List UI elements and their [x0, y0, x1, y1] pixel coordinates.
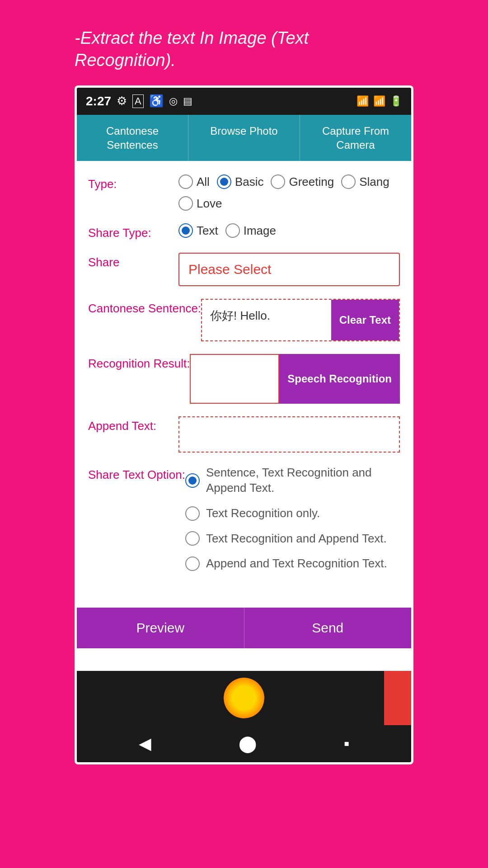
share-option-all-label: Sentence, Text Recognition and Append Te… — [206, 465, 400, 496]
battery-icon: 🔋 — [390, 95, 402, 107]
type-radio-love-circle — [178, 196, 193, 211]
share-type-radio-image-label: Image — [244, 224, 276, 238]
sun-image-preview — [224, 678, 264, 718]
share-row: Share Please Select — [88, 253, 400, 286]
send-button[interactable]: Send — [244, 608, 412, 648]
type-radio-love[interactable]: Love — [178, 196, 222, 211]
share-option-append-recognition[interactable]: Append and Text Recognition Text. — [185, 556, 400, 571]
main-content: Type: All Basic Greeting — [77, 161, 411, 608]
share-option-recognition-append-label: Text Recognition and Append Text. — [206, 531, 387, 547]
type-radio-basic-label: Basic — [235, 175, 264, 189]
recognition-text-box[interactable] — [190, 354, 279, 404]
sentence-input-row: 你好! Hello. Clear Text — [201, 299, 400, 341]
share-option-all[interactable]: Sentence, Text Recognition and Append Te… — [185, 465, 400, 496]
status-left: 2:27 ⚙ A ♿ ◎ ▤ — [86, 94, 192, 108]
type-radio-slang-circle — [341, 175, 356, 189]
cantonese-sentence-row: Cantonese Sentence: 你好! Hello. Clear Tex… — [88, 299, 400, 341]
type-radio-greeting-circle — [271, 175, 285, 189]
share-dropdown[interactable]: Please Select — [178, 253, 400, 286]
wifi-icon: 📶 — [357, 95, 369, 107]
share-option-recognition-only-circle — [185, 506, 200, 521]
type-radio-greeting-label: Greeting — [289, 175, 334, 189]
append-field-area — [178, 416, 400, 453]
share-type-radio-text-circle — [178, 223, 193, 238]
settings-icon: ⚙ — [117, 94, 127, 108]
sim-icon: ▤ — [183, 95, 192, 107]
header-text: -Extract the text In Image (Text Recogni… — [75, 27, 413, 72]
type-radio-basic-circle — [217, 175, 231, 189]
type-radio-basic[interactable]: Basic — [217, 175, 264, 189]
share-field-area: Please Select — [178, 253, 400, 286]
cantonese-sentence-field-area: 你好! Hello. Clear Text — [201, 299, 400, 341]
share-option-append-recognition-circle — [185, 557, 200, 571]
share-type-radio-image[interactable]: Image — [225, 223, 276, 238]
append-text-row: Append Text: — [88, 416, 400, 453]
type-radio-slang[interactable]: Slang — [341, 175, 389, 189]
preview-area — [77, 648, 411, 671]
android-nav-bar: ◀ ⬤ ▪ — [77, 725, 411, 762]
home-button[interactable]: ⬤ — [239, 734, 257, 753]
type-row: Type: All Basic Greeting — [88, 175, 400, 211]
recognition-field-area: Speech Recognition — [190, 354, 400, 404]
back-button[interactable]: ◀ — [139, 734, 151, 753]
red-corner-decoration — [384, 671, 411, 725]
share-label: Share — [88, 253, 178, 269]
append-text-label: Append Text: — [88, 416, 178, 433]
nav-tabs: Cantonese Sentences Browse Photo Capture… — [77, 115, 411, 161]
share-type-row: Share Type: Text Image — [88, 223, 400, 240]
recognition-result-row: Recognition Result: Speech Recognition — [88, 354, 400, 404]
clear-text-button[interactable]: Clear Text — [331, 300, 399, 340]
share-type-field-area: Text Image — [178, 223, 400, 238]
type-radio-all[interactable]: All — [178, 175, 210, 189]
recognition-result-label: Recognition Result: — [88, 354, 190, 371]
signal-icon: 📶 — [373, 95, 385, 107]
share-option-recognition-only-label: Text Recognition only. — [206, 506, 320, 521]
font-icon: A — [132, 94, 144, 108]
status-bar: 2:27 ⚙ A ♿ ◎ ▤ 📶 📶 🔋 — [77, 88, 411, 115]
status-time: 2:27 — [86, 94, 111, 108]
nfc-icon: ◎ — [169, 95, 178, 107]
tab-cantonese-sentences[interactable]: Cantonese Sentences — [77, 115, 188, 161]
type-radio-group: All Basic Greeting Slang — [178, 175, 400, 211]
type-radio-love-label: Love — [197, 197, 222, 211]
share-type-radio-image-circle — [225, 223, 240, 238]
tab-capture-camera[interactable]: Capture From Camera — [300, 115, 411, 161]
preview-button[interactable]: Preview — [77, 608, 244, 648]
type-radio-slang-label: Slang — [359, 175, 389, 189]
type-label: Type: — [88, 175, 178, 191]
share-option-all-circle — [185, 473, 200, 488]
speech-recognition-button[interactable]: Speech Recognition — [279, 354, 400, 404]
sentence-text-input[interactable]: 你好! Hello. — [202, 300, 331, 340]
recents-button[interactable]: ▪ — [344, 734, 350, 753]
share-option-recognition-append-circle — [185, 531, 200, 546]
share-option-recognition-append[interactable]: Text Recognition and Append Text. — [185, 531, 400, 547]
accessibility-icon: ♿ — [149, 94, 164, 108]
share-text-option-field-area: Sentence, Text Recognition and Append Te… — [185, 465, 400, 581]
type-radio-all-label: All — [197, 175, 210, 189]
append-text-input[interactable] — [178, 416, 400, 453]
share-text-option-label: Share Text Option: — [88, 465, 185, 482]
share-text-option-row: Share Text Option: Sentence, Text Recogn… — [88, 465, 400, 581]
bottom-buttons: Preview Send — [77, 608, 411, 648]
share-type-radio-group: Text Image — [178, 223, 400, 238]
status-right: 📶 📶 🔋 — [357, 95, 402, 107]
cantonese-sentence-label: Cantonese Sentence: — [88, 299, 201, 316]
share-option-append-recognition-label: Append and Text Recognition Text. — [206, 556, 387, 571]
preview-image-strip — [77, 671, 411, 725]
type-field-area: All Basic Greeting Slang — [178, 175, 400, 211]
tab-browse-photo[interactable]: Browse Photo — [188, 115, 300, 161]
type-radio-greeting[interactable]: Greeting — [271, 175, 334, 189]
phone-container: 2:27 ⚙ A ♿ ◎ ▤ 📶 📶 🔋 Cantonese Sentences… — [75, 85, 413, 764]
share-option-recognition-only[interactable]: Text Recognition only. — [185, 506, 400, 521]
share-type-label: Share Type: — [88, 223, 178, 240]
recognition-input-row: Speech Recognition — [190, 354, 400, 404]
share-type-radio-text-label: Text — [197, 224, 218, 238]
type-radio-all-circle — [178, 175, 193, 189]
share-type-radio-text[interactable]: Text — [178, 223, 218, 238]
